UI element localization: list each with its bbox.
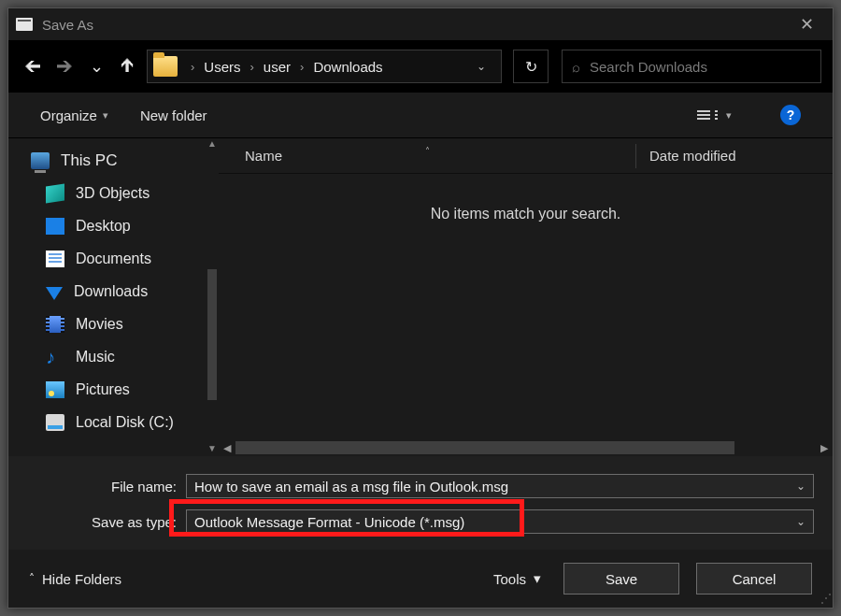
dropdown-caret-icon[interactable]: ⌄ [796,480,805,493]
scroll-left-icon[interactable]: ◀ [219,442,235,454]
disk-icon [46,414,64,431]
picture-icon [46,381,64,398]
save-as-type-select[interactable]: Outlook Message Format - Unicode (*.msg)… [186,509,814,534]
breadcrumb[interactable]: › Users › user › Downloads ⌄ [147,50,502,83]
tools-menu[interactable]: Tools▾ [493,570,541,587]
tree-music[interactable]: ♪Music [8,340,219,373]
dialog-footer: ˄ Hide Folders Tools▾ Save Cancel [8,550,833,608]
tree-scrollbar[interactable]: ▲ ▼ [206,138,219,456]
chevron-right-icon[interactable]: › [296,60,307,74]
column-name[interactable]: ˄ Name [219,148,635,164]
file-list[interactable]: ˄ Name Date modified No items match your… [219,138,833,456]
hide-folders-button[interactable]: ˄ Hide Folders [29,571,121,587]
navigation-tree[interactable]: This PC 3D Objects Desktop Documents Dow… [8,138,219,456]
caret-down-icon: ▾ [534,570,541,587]
scroll-thumb[interactable] [235,441,734,454]
new-folder-button[interactable]: New folder [140,107,207,123]
tree-3d-objects[interactable]: 3D Objects [8,177,219,209]
file-name-input[interactable]: How to save an email as a msg file in Ou… [186,474,814,498]
scroll-right-icon[interactable]: ▶ [816,442,833,454]
caret-down-icon: ▾ [726,109,732,122]
sort-asc-icon: ˄ [425,146,430,156]
close-button[interactable]: ✕ [788,14,825,35]
chevron-right-icon[interactable]: › [247,60,258,74]
caret-down-icon: ▾ [103,109,108,122]
scroll-thumb[interactable] [207,269,217,400]
tree-local-disk-c[interactable]: Local Disk (C:) [8,406,219,438]
column-headers: ˄ Name Date modified [219,138,833,174]
breadcrumb-dropdown[interactable]: ⌄ [467,60,495,73]
file-name-label: File name: [27,479,186,494]
address-bar: 🡨 🡪 ⌄ 🡩 › Users › user › Downloads ⌄ ↻ ⌕… [8,40,833,93]
tree-documents[interactable]: Documents [8,242,219,275]
dropdown-caret-icon[interactable]: ⌄ [796,515,805,528]
title-bar: Save As ✕ [8,8,833,40]
crumb-downloads[interactable]: Downloads [311,59,384,75]
pc-icon [31,152,50,169]
cube-icon [46,183,64,203]
tree-this-pc[interactable]: This PC [8,144,219,177]
cancel-button[interactable]: Cancel [696,563,812,595]
resize-grip[interactable]: ⋰ [820,592,830,605]
save-button[interactable]: Save [563,563,679,595]
help-button[interactable]: ? [780,105,801,125]
command-bar: Organize▾ New folder ▾ ? [8,93,833,137]
desktop-icon [46,218,64,235]
download-icon [46,287,63,300]
crumb-users[interactable]: Users [202,59,242,75]
scroll-up-icon[interactable]: ▲ [206,138,219,151]
music-icon: ♪ [46,349,64,365]
up-button[interactable]: 🡩 [115,51,141,81]
tree-desktop[interactable]: Desktop [8,209,219,242]
chevron-right-icon[interactable]: › [187,60,198,74]
crumb-user[interactable]: user [262,59,292,75]
save-as-dialog: Save As ✕ 🡨 🡪 ⌄ 🡩 › Users › user › Downl… [7,7,834,609]
forward-button[interactable]: 🡪 [51,51,78,81]
save-form: File name: How to save an email as a msg… [8,456,833,550]
column-date-modified[interactable]: Date modified [636,148,833,164]
back-button[interactable]: 🡨 [20,51,46,81]
search-input[interactable]: ⌕ Search Downloads [562,50,821,83]
search-icon: ⌕ [572,59,580,75]
app-icon [16,18,33,31]
organize-button[interactable]: Organize▾ [40,107,108,123]
tree-movies[interactable]: Movies [8,308,219,340]
scroll-down-icon[interactable]: ▼ [206,443,219,456]
tree-pictures[interactable]: Pictures [8,373,219,406]
change-view-button[interactable]: ▾ [697,109,732,122]
search-placeholder: Search Downloads [590,59,707,75]
window-title: Save As [42,17,93,33]
save-as-type-label: Save as type: [27,514,186,530]
chevron-up-icon: ˄ [29,572,35,585]
horizontal-scrollbar[interactable]: ◀ ▶ [219,439,833,456]
document-icon [46,251,64,267]
tree-downloads[interactable]: Downloads [8,275,219,308]
film-icon [46,316,64,333]
recent-locations-button[interactable]: ⌄ [83,51,109,81]
empty-list-message: No items match your search. [219,174,833,222]
folder-icon [153,56,178,77]
refresh-button[interactable]: ↻ [513,50,549,83]
